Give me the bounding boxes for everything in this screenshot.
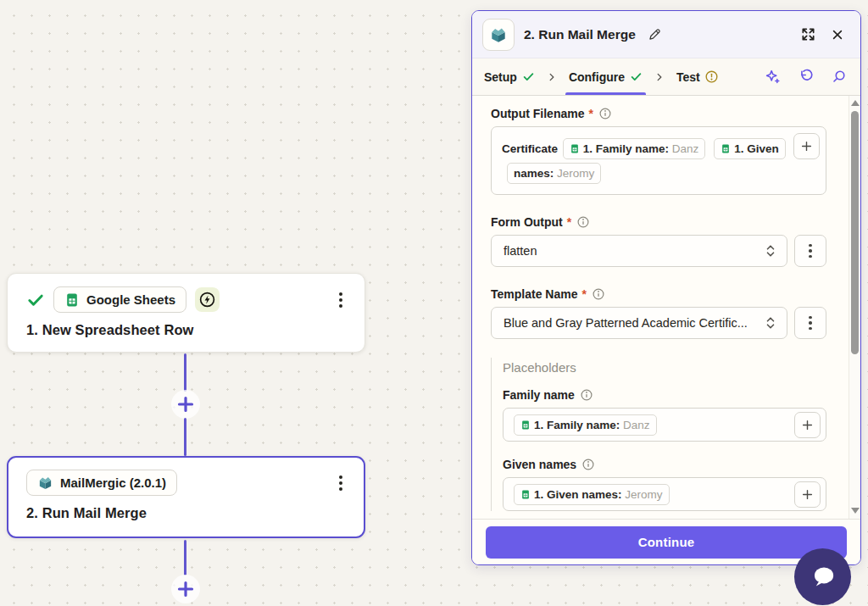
chip-value: Danz <box>672 142 699 155</box>
expand-panel-button[interactable] <box>798 24 819 45</box>
app-icon-box <box>482 19 515 51</box>
close-panel-button[interactable] <box>828 25 847 44</box>
app-pill-label: MailMergic (2.0.1) <box>60 475 166 490</box>
panel-scrollbar[interactable] <box>849 96 860 519</box>
app-pill-mailmergic[interactable]: MailMergic (2.0.1) <box>26 470 177 496</box>
step-card-2[interactable]: MailMergic (2.0.1) 2. Run Mail Merge <box>7 456 365 538</box>
template-name-select[interactable]: Blue and Gray Patterned Academic Certifi… <box>491 307 787 339</box>
field-label-text: Form Output <box>491 215 563 229</box>
search-icon <box>831 69 847 85</box>
google-sheets-icon <box>520 420 531 431</box>
refresh-button[interactable] <box>796 67 815 86</box>
step-title-text: Run Mail Merge <box>42 505 147 520</box>
connector-line <box>184 540 186 575</box>
check-icon <box>630 70 643 83</box>
form-output-select[interactable]: flatten <box>491 235 787 267</box>
rename-step-button[interactable] <box>645 25 665 44</box>
chevron-right-icon <box>547 58 557 95</box>
app-pill-label: Google Sheets <box>86 292 175 307</box>
search-button[interactable] <box>829 67 849 86</box>
scroll-up-arrow[interactable] <box>851 100 860 106</box>
select-chevrons-icon <box>765 315 776 331</box>
tab-test[interactable]: Test <box>676 58 718 95</box>
pencil-icon <box>648 27 662 42</box>
tab-label: Configure <box>569 70 625 84</box>
success-check-icon <box>26 291 45 309</box>
connector-line <box>184 353 186 392</box>
select-value: flatten <box>504 244 765 258</box>
required-asterisk: * <box>581 287 586 301</box>
template-name-menu-button[interactable] <box>794 307 826 339</box>
info-icon[interactable] <box>593 288 604 300</box>
chip-value: Jeromy <box>557 167 594 180</box>
tab-label: Test <box>676 70 700 84</box>
ai-assist-button[interactable] <box>763 67 782 86</box>
form-output-label: Form Output * <box>491 215 826 229</box>
tab-setup[interactable]: Setup <box>484 58 535 95</box>
panel-body: Output Filename * Certificate 1. Family … <box>472 96 860 519</box>
scroll-thumb[interactable] <box>851 111 859 354</box>
step-card-1[interactable]: Google Sheets 1. New Spreadsheet Row <box>7 273 365 353</box>
info-icon[interactable] <box>582 459 594 470</box>
required-asterisk: * <box>588 107 593 120</box>
plus-icon <box>801 488 814 501</box>
field-label-text: Template Name <box>491 287 577 301</box>
field-label-text: Given names <box>503 458 576 471</box>
warning-icon <box>705 70 718 83</box>
output-filename-input[interactable]: Certificate 1. Family name: Danz 1. Give… <box>491 126 826 195</box>
mapped-field-chip[interactable]: 1. Family name: Danz <box>563 138 706 159</box>
step-title: 2. Run Mail Merge <box>26 505 348 521</box>
add-step-button[interactable] <box>173 392 198 417</box>
plus-icon <box>176 395 195 414</box>
plus-icon <box>176 580 195 598</box>
mapped-field-chip[interactable]: 1. Given names: Jeromy <box>514 484 670 505</box>
close-icon <box>831 28 844 42</box>
app-pill-google-sheets[interactable]: Google Sheets <box>53 286 186 313</box>
select-value: Blue and Gray Patterned Academic Certifi… <box>504 316 765 330</box>
insert-data-button[interactable] <box>793 133 820 159</box>
insert-data-button[interactable] <box>794 412 821 438</box>
step-menu-button[interactable] <box>334 472 348 494</box>
mailmergic-icon <box>489 25 508 44</box>
given-names-label: Given names <box>503 458 826 471</box>
tab-configure[interactable]: Configure <box>569 58 643 95</box>
family-name-input[interactable]: 1. Family name: Danz <box>503 408 826 442</box>
continue-button[interactable]: Continue <box>486 526 847 559</box>
form-output-menu-button[interactable] <box>794 235 826 267</box>
chat-widget-button[interactable] <box>794 548 851 605</box>
google-sheets-icon <box>721 143 731 154</box>
placeholders-group: Placeholders Family name 1. Family name:… <box>491 358 826 511</box>
chat-bubble-icon <box>807 561 839 593</box>
info-icon[interactable] <box>599 108 611 120</box>
field-label-text: Family name <box>503 388 575 402</box>
tab-label: Setup <box>484 70 517 84</box>
instant-trigger-badge <box>195 287 220 312</box>
google-sheets-icon <box>64 292 80 308</box>
chevron-right-icon <box>654 58 665 95</box>
info-icon[interactable] <box>577 216 589 228</box>
chip-value: Jeromy <box>625 488 662 501</box>
sparkle-icon <box>765 69 781 85</box>
panel-title: 2. Run Mail Merge <box>524 27 636 42</box>
field-label-text: Output Filename <box>491 107 584 120</box>
zap-editor: Google Sheets 1. New Spreadsheet Row <box>0 0 868 606</box>
mapped-field-chip[interactable]: 1. Family name: Danz <box>514 414 657 436</box>
expand-icon <box>800 26 816 42</box>
chip-label: 1. Family name: <box>583 142 669 155</box>
refresh-icon <box>798 69 814 85</box>
required-asterisk: * <box>567 215 571 229</box>
step-config-panel: 2. Run Mail Merge <box>471 10 861 565</box>
given-names-input[interactable]: 1. Given names: Jeromy <box>503 477 826 511</box>
panel-header: 2. Run Mail Merge <box>472 11 860 58</box>
google-sheets-icon <box>520 489 531 500</box>
token-text: Certificate <box>502 142 558 155</box>
scroll-down-arrow[interactable] <box>851 508 860 514</box>
chip-label: 1. Given names: <box>534 488 622 501</box>
step-title: 1. New Spreadsheet Row <box>26 322 348 338</box>
add-step-button[interactable] <box>173 576 198 602</box>
chip-label: 1. Family name: <box>534 419 620 431</box>
info-icon[interactable] <box>581 389 593 401</box>
insert-data-button[interactable] <box>794 481 821 508</box>
step-menu-button[interactable] <box>334 289 348 311</box>
lightning-icon <box>198 291 216 309</box>
